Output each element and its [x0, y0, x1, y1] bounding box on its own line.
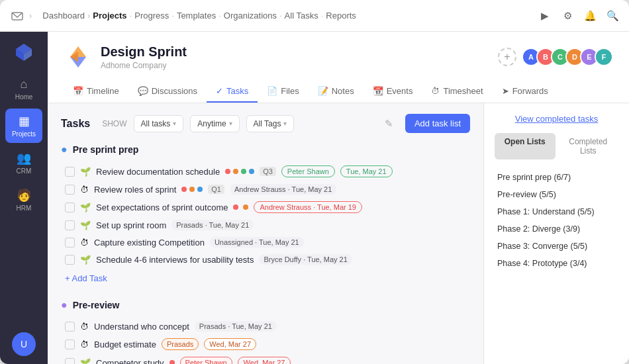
- dot-orange: [233, 169, 238, 174]
- task-checkbox[interactable]: [65, 255, 75, 265]
- list-item[interactable]: Pre sprint prep (6/7): [495, 169, 618, 186]
- task-checkbox[interactable]: [65, 185, 75, 195]
- tab-forwards[interactable]: ➤ Forwards: [493, 81, 557, 103]
- tab-timeline[interactable]: 📅 Timeline: [64, 81, 128, 103]
- group-icon-pre-review: ●: [61, 299, 68, 311]
- nav-projects[interactable]: Projects: [93, 11, 126, 21]
- nav-organizations[interactable]: Organizations: [224, 11, 277, 21]
- group-header-pre-review: ● Pre-review: [61, 299, 470, 311]
- user-avatar[interactable]: U: [12, 332, 36, 356]
- completed-lists-tab[interactable]: Completed Lists: [558, 133, 619, 159]
- gear-icon[interactable]: ⚙: [561, 10, 573, 22]
- anytime-filter[interactable]: Anytime ▾: [190, 115, 239, 132]
- mail-icon: [11, 9, 24, 23]
- projects-icon: ▦: [19, 114, 30, 128]
- dot-red: [169, 360, 175, 364]
- task-row[interactable]: ⏱ Review roles of sprint Q1 Andrew Strau…: [61, 181, 470, 198]
- all-tasks-filter[interactable]: All tasks ▾: [134, 115, 184, 132]
- add-task-button[interactable]: + Add Task: [61, 271, 470, 286]
- dot-red: [225, 169, 230, 174]
- forwards-icon: ➤: [502, 86, 509, 96]
- task-row[interactable]: ⏱ Understand who concept Prasads · Tue, …: [61, 318, 470, 335]
- date-tag: Tue, May 21: [340, 165, 393, 177]
- nav-progress[interactable]: Progress: [134, 11, 169, 21]
- dot-orange: [243, 205, 248, 210]
- group-title-pre-review: Pre-review: [73, 300, 120, 310]
- tasks-icon: ✓: [216, 86, 223, 96]
- sidebar-label-hrm: HRM: [17, 205, 32, 212]
- assignee-orange-tag: Prasads: [162, 338, 199, 350]
- task-type-icon: ⏱: [80, 185, 89, 195]
- task-row[interactable]: 🌱 Schedule 4-6 interviews for usability …: [61, 251, 470, 268]
- dot-blue: [197, 187, 203, 192]
- nav-dashboard[interactable]: Dashboard: [42, 11, 85, 21]
- task-name: Schedule 4-6 interviews for usability te…: [96, 255, 254, 265]
- task-row[interactable]: 🌱 Competetor study Peter Shawn Wed, Mar …: [61, 353, 470, 364]
- all-tags-filter[interactable]: All Tags ▾: [246, 115, 295, 132]
- avatar-6: F: [595, 48, 613, 66]
- assignee-tag-red: Andrew Strauss · Tue, Mar 19: [254, 201, 362, 213]
- sidebar-item-projects[interactable]: ▦ Projects: [5, 109, 42, 143]
- assignee-tag: Bryce Duffy · Tue, May 21: [259, 254, 352, 265]
- nav-reports[interactable]: Reports: [326, 11, 356, 21]
- tab-notes[interactable]: 📝 Notes: [309, 81, 363, 103]
- group-icon-pre-sprint: ●: [61, 144, 68, 156]
- show-label: SHOW: [102, 119, 126, 128]
- task-row[interactable]: 🌱 Set up sprint room Prasads · Tue, May …: [61, 216, 470, 234]
- list-item[interactable]: Phase 2: Diverge (3/9): [495, 220, 618, 238]
- top-bar-nav: Dashboard › Projects · Progress · Templa…: [42, 11, 356, 21]
- tab-events[interactable]: 📆 Events: [363, 81, 422, 103]
- bell-icon[interactable]: 🔔: [584, 10, 596, 22]
- sidebar-item-hrm[interactable]: 🧑 HRM: [5, 183, 42, 217]
- assignee-tag: Peter Shawn: [281, 165, 335, 177]
- task-type-icon: ⏱: [80, 322, 89, 332]
- list-item[interactable]: Pre-review (5/5): [495, 186, 618, 203]
- crm-icon: 👥: [17, 151, 31, 165]
- task-checkbox[interactable]: [65, 167, 75, 177]
- tab-tasks[interactable]: ✓ Tasks: [207, 81, 258, 103]
- discussions-icon: 💬: [138, 86, 148, 96]
- task-row[interactable]: 🌱 Set expectations of sprint outcome And…: [61, 198, 470, 216]
- task-name: Set expectations of sprint outcome: [96, 203, 228, 212]
- nav-all-tasks[interactable]: All Tasks: [285, 11, 318, 21]
- task-row[interactable]: 🌱 Review documentation schedule Q3 Peter…: [61, 162, 470, 181]
- add-task-list-button[interactable]: Add task list: [405, 114, 470, 133]
- list-item[interactable]: Phase 3: Converge (5/5): [495, 238, 618, 255]
- task-name: Capture existing Competition: [94, 238, 205, 248]
- date-red-tag: Wed, Mar 27: [238, 357, 291, 364]
- task-checkbox[interactable]: [65, 238, 75, 248]
- tasks-main: Tasks SHOW All tasks ▾ Anytime ▾ All Tag…: [48, 103, 483, 364]
- app-logo: [12, 40, 36, 64]
- view-completed-link[interactable]: View completed tasks: [495, 114, 618, 124]
- right-panel: View completed tasks Open Lists Complete…: [483, 103, 629, 364]
- task-row[interactable]: ⏱ Budget estimate Prasads Wed, Mar 27: [61, 335, 470, 353]
- task-checkbox[interactable]: [65, 220, 75, 230]
- edit-icon[interactable]: ✎: [385, 118, 393, 130]
- play-icon[interactable]: ▶: [539, 10, 551, 22]
- tasks-heading: Tasks: [61, 118, 90, 130]
- tab-timesheet[interactable]: ⏱ Timesheet: [422, 81, 492, 103]
- task-checkbox[interactable]: [65, 203, 75, 212]
- task-checkbox[interactable]: [65, 322, 75, 332]
- dot-orange: [189, 187, 195, 192]
- add-member-button[interactable]: +: [498, 48, 516, 66]
- nav-templates[interactable]: Templates: [177, 11, 216, 21]
- search-icon[interactable]: 🔍: [606, 10, 618, 22]
- list-item[interactable]: Phase 4: Prototype (3/4): [495, 255, 618, 272]
- open-lists-tab[interactable]: Open Lists: [495, 133, 556, 159]
- tab-discussions[interactable]: 💬 Discussions: [128, 81, 207, 103]
- task-checkbox[interactable]: [65, 340, 75, 349]
- task-row[interactable]: ⏱ Capture existing Competition Unassigne…: [61, 234, 470, 251]
- timesheet-icon: ⏱: [431, 86, 440, 96]
- sidebar-label-projects: Projects: [12, 130, 36, 138]
- sidebar-bottom: U: [12, 332, 36, 356]
- timeline-icon: 📅: [73, 86, 83, 96]
- tab-files[interactable]: 📄 Files: [258, 81, 308, 103]
- sidebar-item-home[interactable]: ⌂ Home: [5, 71, 42, 106]
- task-checkbox[interactable]: [65, 358, 75, 365]
- list-item[interactable]: Phase 1: Understand (5/5): [495, 203, 618, 220]
- task-name: Understand who concept: [94, 322, 189, 332]
- sidebar-item-crm[interactable]: 👥 CRM: [5, 146, 42, 180]
- task-type-icon: 🌱: [80, 358, 91, 365]
- task-group-pre-sprint: ● Pre sprint prep 🌱 Review documentation…: [61, 144, 470, 286]
